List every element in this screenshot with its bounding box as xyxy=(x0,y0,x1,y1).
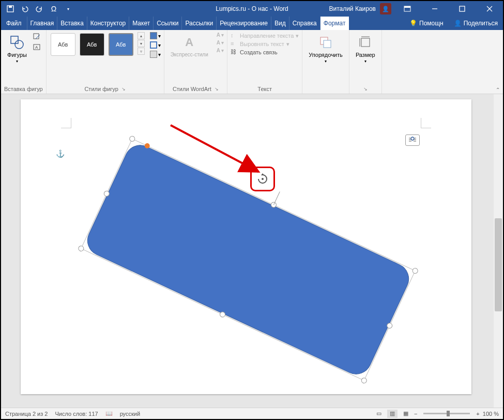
chevron-down-icon: ▾ xyxy=(16,59,18,64)
title-bar: Ω ▾ Lumpics.ru - О нас - Word Виталий Ка… xyxy=(1,1,503,17)
shape-outline-button[interactable]: ▾ xyxy=(150,41,161,49)
shape-fill-button[interactable]: ▾ xyxy=(150,32,161,39)
size-button[interactable]: Размер ▾ xyxy=(353,32,378,66)
svg-text:A: A xyxy=(35,45,38,50)
shape-style-3[interactable]: Абв xyxy=(109,33,133,56)
tab-view[interactable]: Вид xyxy=(271,17,289,30)
symbol-icon[interactable]: Ω xyxy=(50,5,58,13)
svg-rect-3 xyxy=(404,6,410,8)
language-indicator[interactable]: русский xyxy=(120,411,140,417)
tab-references[interactable]: Ссылки xyxy=(154,17,182,30)
svg-line-30 xyxy=(171,125,258,172)
group-wordart-styles: A Экспресс-стили A▾ A▾ A▾ Стили WordArt↘ xyxy=(164,30,227,94)
outline-icon xyxy=(150,41,157,49)
user-name[interactable]: Виталий Каиров xyxy=(329,5,376,12)
svg-point-27 xyxy=(361,377,368,384)
tab-home[interactable]: Главная xyxy=(27,17,58,30)
link-icon: ⛓ xyxy=(231,49,238,56)
scrollbar-thumb[interactable] xyxy=(495,218,502,311)
wordart-quickstyles-button[interactable]: A Экспресс-стили xyxy=(167,32,211,59)
svg-point-20 xyxy=(129,136,135,142)
svg-point-25 xyxy=(78,245,84,252)
text-direction-button: ↕Направление текста ▾ xyxy=(231,32,299,39)
dialog-launcher-icon[interactable]: ↘ xyxy=(215,86,219,92)
shapes-button[interactable]: Фигуры ▾ xyxy=(4,32,30,66)
shape-style-2[interactable]: Абв xyxy=(80,33,104,56)
style-scroll-up-icon[interactable]: ▴ xyxy=(138,32,145,39)
tab-design[interactable]: Конструктор xyxy=(87,17,129,30)
view-web-icon[interactable]: ▦ xyxy=(401,410,411,418)
dialog-launcher-icon[interactable]: ↘ xyxy=(121,86,126,92)
vertical-scrollbar[interactable] xyxy=(494,94,503,408)
redo-icon[interactable] xyxy=(35,5,43,13)
style-more-icon[interactable]: ▿ xyxy=(138,48,145,55)
size-icon xyxy=(357,34,374,51)
document-title: Lumpics.ru - О нас - Word xyxy=(216,5,288,12)
shape-effects-button[interactable]: ▾ xyxy=(150,51,161,58)
page-indicator[interactable]: Страница 2 из 2 xyxy=(5,411,48,417)
zoom-out-button[interactable]: − xyxy=(414,411,417,417)
tab-format[interactable]: Формат xyxy=(320,17,349,30)
quick-access-toolbar: Ω ▾ xyxy=(1,1,78,17)
collapse-ribbon-icon[interactable]: ⌃ xyxy=(496,87,500,93)
fill-icon xyxy=(150,32,157,39)
share-button[interactable]: 👤Поделиться xyxy=(449,17,503,30)
dialog-launcher-icon[interactable]: ↘ xyxy=(363,86,368,92)
save-icon[interactable] xyxy=(6,5,14,13)
tell-me[interactable]: 💡Помощн xyxy=(404,17,449,30)
create-link-button[interactable]: ⛓Создать связь xyxy=(231,49,299,56)
group-label-wordart: Стили WordArt xyxy=(173,86,211,92)
tab-file[interactable]: Файл xyxy=(1,17,27,30)
ribbon-tabs: Файл Главная Вставка Конструктор Макет С… xyxy=(1,17,503,30)
qat-dropdown-icon[interactable]: ▾ xyxy=(64,5,72,13)
text-fill-button[interactable]: A▾ xyxy=(217,32,224,38)
svg-rect-5 xyxy=(460,6,465,11)
page[interactable]: ⚓ xyxy=(21,99,471,394)
ribbon-options-icon[interactable] xyxy=(395,1,419,17)
arrange-button[interactable]: Упорядочить ▾ xyxy=(306,32,345,66)
group-insert-shapes: Фигуры ▾ A Вставка фигур xyxy=(1,30,47,94)
status-bar: Страница 2 из 2 Число слов: 117 📖 русски… xyxy=(1,408,503,419)
spellcheck-icon[interactable]: 📖 xyxy=(105,410,113,417)
effects-icon xyxy=(150,51,157,58)
text-effects-button[interactable]: A▾ xyxy=(217,48,224,53)
shape-style-1[interactable]: Абв xyxy=(51,33,75,56)
tab-review[interactable]: Рецензирование xyxy=(217,17,271,30)
zoom-slider[interactable] xyxy=(423,413,470,414)
text-direction-icon: ↕ xyxy=(231,32,238,39)
ribbon: Фигуры ▾ A Вставка фигур Абв Абв Абв ▴ ▾… xyxy=(1,30,503,94)
undo-icon[interactable] xyxy=(21,5,29,13)
group-arrange: Упорядочить ▾ xyxy=(302,30,349,94)
tab-insert[interactable]: Вставка xyxy=(57,17,87,30)
edit-shape-icon[interactable] xyxy=(32,32,41,41)
svg-rect-14 xyxy=(324,40,331,48)
word-count[interactable]: Число слов: 117 xyxy=(55,411,98,417)
chevron-down-icon: ▾ xyxy=(364,59,366,64)
group-size: Размер ▾ ↘ xyxy=(349,30,382,94)
close-button[interactable] xyxy=(478,1,501,17)
text-box-icon[interactable]: A xyxy=(32,42,41,52)
svg-rect-15 xyxy=(361,38,370,47)
group-label-insert-shapes: Вставка фигур xyxy=(1,84,46,94)
wordart-icon: A xyxy=(181,34,197,51)
user-avatar-icon[interactable]: 👤 xyxy=(380,3,391,14)
maximize-button[interactable] xyxy=(450,1,474,17)
minimize-button[interactable] xyxy=(423,1,446,17)
tab-mailings[interactable]: Рассылки xyxy=(182,17,217,30)
view-print-icon[interactable]: ▥ xyxy=(387,410,398,418)
tab-layout[interactable]: Макет xyxy=(129,17,154,30)
group-shape-styles: Абв Абв Абв ▴ ▾ ▿ ▾ ▾ ▾ Стили фигур↘ xyxy=(47,30,164,94)
zoom-level[interactable]: 100 % xyxy=(483,411,499,417)
arrange-icon xyxy=(317,34,334,51)
svg-point-22 xyxy=(412,267,419,274)
view-read-icon[interactable]: ▭ xyxy=(374,410,384,418)
zoom-in-button[interactable]: + xyxy=(476,411,479,417)
tab-help[interactable]: Справка xyxy=(289,17,320,30)
svg-rect-8 xyxy=(11,36,18,43)
group-label-text: Текст xyxy=(227,84,302,94)
svg-line-28 xyxy=(273,192,280,205)
svg-point-9 xyxy=(15,40,23,49)
text-outline-button[interactable]: A▾ xyxy=(217,40,224,46)
style-scroll-down-icon[interactable]: ▾ xyxy=(138,40,145,47)
chevron-down-icon: ▾ xyxy=(325,59,327,64)
